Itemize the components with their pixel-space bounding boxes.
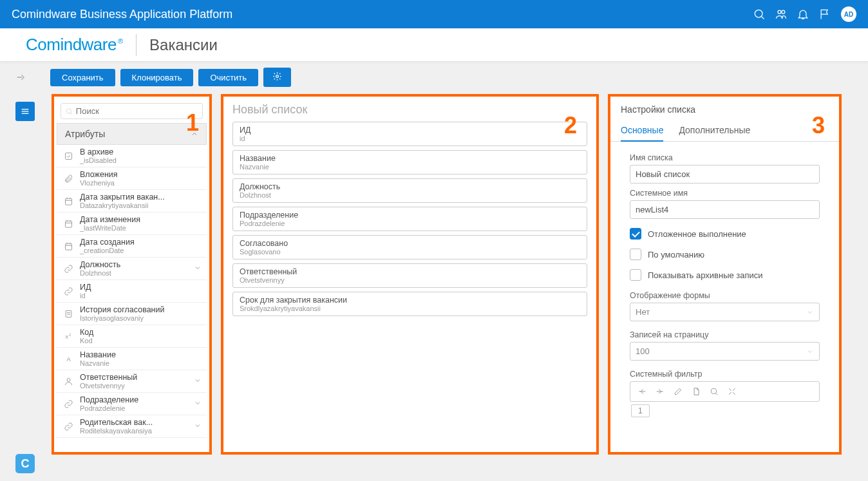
list-name-field[interactable] (630, 165, 820, 184)
menu-toggle-icon[interactable] (15, 102, 35, 121)
form-display-select[interactable]: Нет (630, 303, 820, 321)
field-item[interactable]: Срок для закрытия вакансииSrokdlyazakryt… (232, 292, 587, 316)
attribute-item[interactable]: ДолжностьDolzhnost (57, 258, 207, 280)
svg-line-31 (715, 393, 717, 395)
archived-checkbox[interactable] (630, 269, 641, 281)
attribute-label: Код (80, 328, 203, 337)
svg-point-0 (755, 10, 762, 17)
svg-text:A: A (66, 356, 71, 363)
checkbox-icon (62, 149, 75, 162)
filter-label: Системный фильтр (630, 370, 820, 379)
expand-icon[interactable] (723, 384, 741, 399)
cal-icon (62, 240, 75, 252)
cal-icon (62, 194, 75, 207)
search-input[interactable] (76, 106, 198, 116)
attribute-item[interactable]: X2 КодKod (57, 325, 207, 348)
forward-icon[interactable] (651, 384, 669, 399)
attribute-sub: id (80, 292, 203, 299)
attribute-label: В архиве (80, 147, 203, 156)
collapse-icon[interactable] (13, 70, 28, 85)
attribute-item[interactable]: ИДid (57, 280, 207, 303)
attribute-label: Подразделение (80, 395, 194, 404)
svg-text:X: X (64, 334, 68, 339)
save-button[interactable]: Сохранить (50, 69, 115, 86)
search-icon[interactable] (748, 3, 770, 25)
attribute-item[interactable]: Родительская вак...Roditelskayavakansiya (57, 415, 207, 438)
logo: Comindware ® (26, 35, 123, 55)
document-icon[interactable] (687, 384, 705, 399)
attribute-label: Вложения (80, 170, 203, 179)
attribute-sub: Kod (80, 337, 203, 344)
attribute-item[interactable]: A НазваниеNazvanie (57, 348, 207, 370)
svg-point-30 (711, 388, 716, 393)
system-name-field[interactable] (630, 200, 820, 219)
field-sub: Podrazdelenie (240, 220, 580, 227)
back-icon[interactable] (633, 384, 651, 399)
bell-icon[interactable] (792, 3, 814, 25)
attribute-label: Должность (80, 260, 194, 269)
attribute-label: Дата изменения (80, 215, 203, 224)
tab-extra[interactable]: Дополнительные (679, 121, 750, 141)
attribute-sub: Podrazdelenie (80, 404, 194, 412)
chevron-down-icon[interactable] (194, 264, 203, 273)
attribute-item[interactable]: ОтветственныйOtvetstvennyy (57, 370, 207, 393)
default-checkbox[interactable] (630, 249, 641, 260)
svg-point-4 (276, 75, 279, 78)
attribute-sub: Istoriyasoglasovaniy (80, 314, 203, 322)
field-item[interactable]: ОтветственныйOtvetstvennyy (232, 263, 587, 288)
field-label: Подразделение (240, 211, 580, 220)
link-icon (62, 285, 75, 297)
svg-line-9 (71, 113, 73, 115)
attribute-item[interactable]: ВложенияVlozheniya (57, 167, 207, 190)
clone-button[interactable]: Клонировать (120, 69, 194, 86)
attribute-item[interactable]: В архиве_isDisabled (57, 145, 207, 167)
field-sub: Nazvanie (240, 163, 580, 171)
delayed-checkbox[interactable] (630, 228, 641, 240)
svg-point-8 (66, 108, 71, 113)
field-item[interactable]: ДолжностьDolzhnost (232, 178, 587, 203)
attributes-panel: 1 Атрибуты В архиве_isDisabled ВложенияV… (52, 94, 212, 455)
attribute-item[interactable]: Дата закрытия вакан...Datazakrytiyavakan… (57, 190, 207, 212)
records-select[interactable]: 100 (630, 342, 820, 361)
delayed-label: Отложенное выполнение (648, 229, 746, 239)
flag-icon[interactable] (814, 3, 836, 25)
user-icon (62, 375, 75, 388)
attribute-sub: Datazakrytiyavakansii (80, 202, 203, 209)
default-label: По умолчанию (648, 250, 704, 259)
panel-number-3: 3 (812, 112, 825, 139)
svg-line-1 (761, 16, 764, 19)
tab-main[interactable]: Основные (621, 121, 663, 142)
attribute-label: История согласований (80, 305, 203, 314)
chevron-down-icon[interactable] (194, 422, 203, 431)
settings-button[interactable] (263, 68, 291, 87)
attribute-label: Название (80, 350, 203, 359)
avatar[interactable]: AD (841, 6, 856, 22)
attribute-label: Родительская вак... (80, 418, 194, 427)
field-item[interactable]: СогласованоSoglasovano (232, 235, 587, 259)
attribute-item[interactable]: История согласованийIstoriyasoglasovaniy (57, 303, 207, 325)
attribute-label: ИД (80, 283, 203, 292)
field-item[interactable]: НазваниеNazvanie (232, 150, 587, 174)
tabs: Основные Дополнительные (610, 117, 839, 142)
field-label: Должность (240, 182, 580, 191)
field-item[interactable]: ПодразделениеPodrazdelenie (232, 207, 587, 231)
attributes-header[interactable]: Атрибуты (57, 123, 207, 145)
clear-button[interactable]: Очистить (198, 69, 258, 86)
svg-rect-23 (66, 310, 71, 317)
chevron-down-icon[interactable] (194, 399, 203, 408)
edit-icon[interactable] (669, 384, 687, 399)
svg-rect-19 (65, 243, 71, 250)
attribute-item[interactable]: Дата изменения_lastWriteDate (57, 212, 207, 235)
attribute-label: Дата создания (80, 238, 203, 247)
users-icon[interactable] (770, 3, 792, 25)
attribute-item[interactable]: Дата создания_creationDate (57, 235, 207, 258)
attribute-list: В архиве_isDisabled ВложенияVlozheniya Д… (57, 145, 207, 438)
toolbar: Сохранить Клонировать Очистить (0, 66, 868, 89)
corner-logo[interactable]: C (15, 454, 35, 473)
search-filter-icon[interactable] (705, 384, 723, 399)
attribute-item[interactable]: ПодразделениеPodrazdelenie (57, 393, 207, 415)
chevron-down-icon[interactable] (194, 377, 203, 386)
field-item[interactable]: ИДid (232, 122, 587, 146)
svg-rect-15 (65, 221, 71, 227)
field-sub: Srokdlyazakrytiyavakansii (240, 305, 580, 312)
